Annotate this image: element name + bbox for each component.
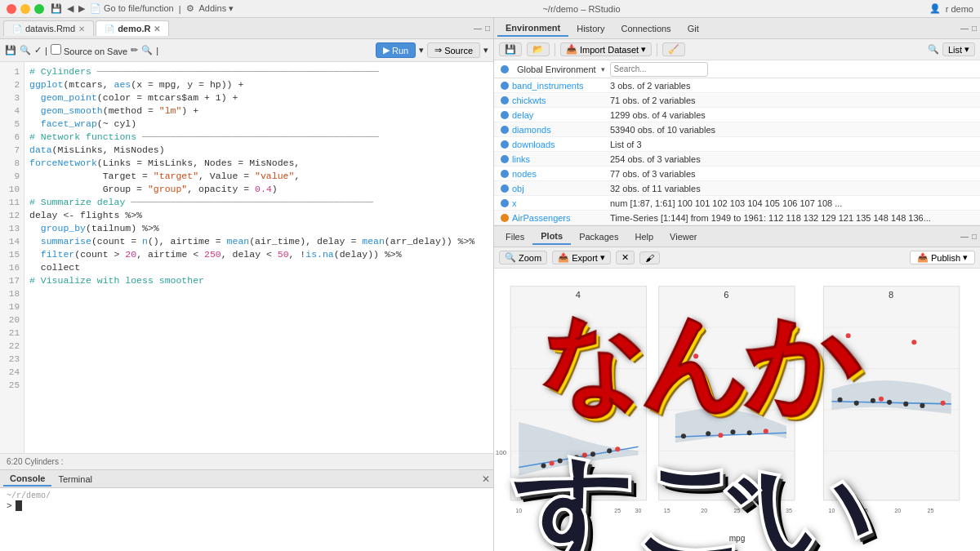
save-icon[interactable]: 💾 — [5, 45, 16, 56]
run-button[interactable]: ▶ Run — [376, 42, 416, 58]
var-icon — [501, 170, 509, 178]
go-to-file-btn[interactable]: 📄 Go to file/function — [90, 3, 174, 14]
close-tab-datavis[interactable]: ✕ — [78, 24, 85, 33]
find2-icon[interactable]: 🔍 — [141, 45, 153, 56]
tab-environment[interactable]: Environment — [497, 20, 568, 37]
left-panel: 📄 datavis.Rmd ✕ 📄 demo.R ✕ — □ 💾 🔍 ✓ | S… — [0, 18, 494, 551]
panel-minimize[interactable]: — — [474, 24, 482, 33]
global-env-dropdown[interactable]: ▾ — [601, 65, 605, 73]
tab-plots[interactable]: Plots — [532, 229, 571, 245]
toolbar-btn[interactable]: ◀ — [67, 3, 74, 14]
var-name[interactable]: nodes — [512, 169, 610, 179]
list-view-button[interactable]: List ▾ — [942, 42, 975, 56]
env-search-input[interactable] — [610, 62, 708, 77]
viewer-panel-controls: — □ — [960, 232, 977, 241]
save-icon[interactable]: 💾 — [51, 3, 62, 14]
svg-point-54 — [846, 333, 851, 338]
tab-history[interactable]: History — [568, 21, 612, 36]
svg-point-56 — [911, 340, 916, 344]
svg-text:25: 25 — [928, 508, 934, 513]
code-line: # Cylinders ────────────────────────────… — [29, 65, 488, 78]
line-numbers: 12345 678910 1112131415 1617181920 21222… — [0, 62, 24, 453]
svg-point-34 — [718, 433, 723, 438]
run-dropdown[interactable]: ▾ — [419, 45, 424, 56]
var-icon — [501, 111, 509, 119]
svg-point-52 — [903, 402, 908, 407]
var-icon — [501, 199, 509, 207]
source-button[interactable]: ⇒ Source — [427, 42, 480, 58]
var-name[interactable]: AirPassengers — [512, 213, 610, 223]
zoom-button[interactable]: 🔍 Zoom — [499, 251, 547, 264]
env-list: band_instruments 3 obs. of 2 variables c… — [494, 78, 980, 225]
maximize-button[interactable] — [34, 4, 44, 14]
load-env-button[interactable]: 📂 — [527, 42, 550, 56]
code-editor[interactable]: 12345 678910 1112131415 1617181920 21222… — [0, 62, 493, 453]
source-on-save-checkbox[interactable] — [51, 44, 61, 55]
var-name[interactable]: diamonds — [512, 125, 610, 135]
addins-btn[interactable]: Addins ▾ — [199, 3, 234, 14]
clear-plot-button[interactable]: ✕ — [616, 251, 635, 264]
plot-svg: 4 100 — [494, 269, 980, 551]
svg-point-12 — [590, 451, 595, 456]
tab-viewer[interactable]: Viewer — [662, 229, 705, 244]
source-dropdown[interactable]: ▾ — [483, 45, 488, 56]
console-content[interactable]: ~/r/demo/ > — [0, 488, 493, 551]
panel-maximize[interactable]: □ — [485, 24, 490, 33]
search-env-icon[interactable]: 🔍 — [928, 44, 939, 55]
brush-button[interactable]: 🖌 — [639, 251, 660, 264]
var-value: Time-Series [1:144] from 1949 to 1961: 1… — [610, 213, 973, 223]
publish-button[interactable]: 📤 Publish ▾ — [910, 251, 975, 264]
close-console-icon[interactable]: ✕ — [482, 473, 490, 485]
var-name[interactable]: chickwts — [512, 96, 610, 105]
tab-connections[interactable]: Connections — [612, 21, 679, 36]
find-icon[interactable]: 🔍 — [20, 45, 31, 56]
var-name[interactable]: band_instruments — [512, 81, 610, 91]
user-menu[interactable]: 👤 r demo — [929, 3, 973, 14]
env-tab-bar: Environment History Connections Git — □ — [494, 18, 980, 39]
spell-icon[interactable]: ✓ — [34, 45, 42, 56]
svg-point-33 — [693, 353, 698, 358]
var-name[interactable]: x — [512, 198, 610, 208]
import-dataset-button[interactable]: 📥 Import Dataset ▾ — [560, 42, 652, 56]
env-maximize[interactable]: □ — [972, 24, 977, 33]
toolbar-sep2 — [657, 43, 657, 56]
tab-datavis[interactable]: 📄 datavis.Rmd ✕ — [3, 20, 94, 36]
list-item: nodes 77 obs. of 3 variables — [494, 167, 980, 181]
terminal-tab[interactable]: Terminal — [51, 473, 99, 486]
var-name[interactable]: delay — [512, 110, 610, 120]
tab-git[interactable]: Git — [679, 21, 707, 36]
code-lines: 12345 678910 1112131415 1617181920 21222… — [0, 62, 493, 453]
code-line: data(MisLinks, MisNodes) — [29, 144, 488, 157]
toolbar-btn[interactable]: ▶ — [78, 3, 85, 14]
close-tab-demo[interactable]: ✕ — [154, 24, 160, 33]
svg-point-48 — [838, 398, 843, 402]
tab-help[interactable]: Help — [626, 229, 662, 244]
svg-text:10: 10 — [515, 508, 522, 513]
close-button[interactable] — [7, 4, 16, 14]
plot-area: 4 100 — [494, 269, 980, 551]
list-item: delay 1299 obs. of 4 variables — [494, 108, 980, 122]
viewer-minimize[interactable]: — — [960, 232, 969, 241]
title-bar: 💾 ◀ ▶ 📄 Go to file/function | ⚙ Addins ▾… — [0, 0, 980, 18]
var-name[interactable]: obj — [512, 184, 610, 193]
console-tab[interactable]: Console — [3, 472, 51, 487]
console-prompt-line: > — [7, 500, 487, 511]
viewer-maximize-btn[interactable]: □ — [972, 232, 977, 241]
settings-icon[interactable]: ⚙ — [186, 3, 194, 14]
export-button[interactable]: 📤 Export ▾ — [552, 251, 611, 264]
tab-demo[interactable]: 📄 demo.R ✕ — [96, 20, 169, 36]
minimize-button[interactable] — [20, 4, 30, 14]
tab-packages[interactable]: Packages — [571, 229, 626, 244]
env-minimize[interactable]: — — [960, 24, 969, 33]
svg-point-16 — [615, 447, 620, 451]
broom-button[interactable]: 🧹 — [662, 42, 685, 56]
svg-text:25: 25 — [614, 508, 621, 513]
var-name[interactable]: links — [512, 154, 610, 164]
env-panel-controls: — □ — [960, 24, 977, 33]
edit-icon[interactable]: ✏ — [131, 45, 138, 56]
r-icon: 📄 — [105, 24, 114, 33]
var-name[interactable]: downloads — [512, 140, 610, 149]
save-env-button[interactable]: 💾 — [499, 42, 522, 56]
code-line: delay <- flights %>% — [29, 209, 488, 222]
tab-files[interactable]: Files — [497, 229, 532, 244]
